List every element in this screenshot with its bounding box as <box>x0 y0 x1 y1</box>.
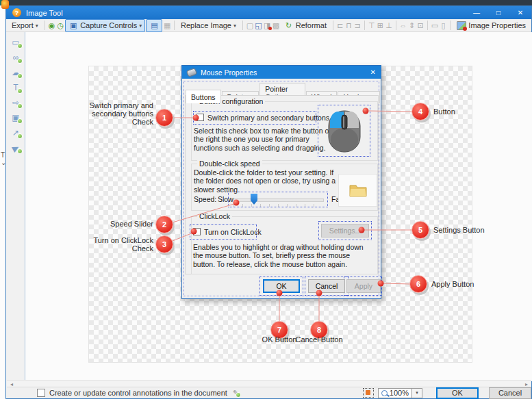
callout-4[interactable]: 4 <box>411 103 429 120</box>
annotation-toolstrip: ▭ ∞ ☁ T ⇨ ▣ ↗ ▶ <box>7 32 25 381</box>
callout-5-label: Settings Button <box>433 226 485 234</box>
rectangle-tool-icon[interactable]: ▭ <box>10 37 21 48</box>
pointer-tool-icon[interactable]: ▶ <box>10 142 21 153</box>
space-down-icon[interactable]: ▯ <box>440 21 448 30</box>
magnifier-icon <box>381 390 388 396</box>
same-width-icon[interactable]: ⇔ <box>399 21 407 30</box>
same-height-icon[interactable]: ⇕ <box>408 21 416 30</box>
dialog-close-icon[interactable]: ✕ <box>370 68 376 76</box>
group-tool-icon[interactable]: ▣ <box>10 112 21 123</box>
fit-to-window-icon[interactable] <box>363 388 374 398</box>
image-properties-label: Image Properties <box>468 21 526 29</box>
link-tool-icon[interactable]: ∞ <box>10 52 21 63</box>
align-bottom-icon[interactable]: ⊥ <box>385 21 393 30</box>
close-button[interactable]: ✕ <box>509 6 531 19</box>
group-label: Double-click speed <box>197 159 262 168</box>
capture-controls-label: Capture Controls <box>80 21 137 29</box>
same-size-icon[interactable]: ⊡ <box>416 21 425 30</box>
button-config-description: Select this check box to make the button… <box>194 127 333 152</box>
separator <box>242 21 243 30</box>
space-across-icon[interactable]: ▭ <box>431 21 439 30</box>
separator <box>364 21 365 30</box>
callout-5[interactable]: 5 <box>411 221 429 239</box>
capture-history-icon[interactable]: ◷ <box>56 21 64 30</box>
mouse-properties-dialog[interactable]: Mouse Properties ✕ Buttons Pointers Poin… <box>181 65 381 299</box>
zoom-value: 100% <box>390 389 409 397</box>
balloon-tool-icon[interactable]: ☁ <box>10 67 21 78</box>
main-toolbar: Export ▾ ◉ ◷ ▣ Capture Controls ▾ ▤ ▦ Re… <box>6 19 531 32</box>
capture-screen-icon: ▤ <box>149 21 159 30</box>
dialog-cancel-button[interactable]: Cancel <box>308 279 345 293</box>
replace-image-button[interactable]: Replace Image ▾ <box>177 19 240 32</box>
target-dot-ok-button[interactable] <box>277 290 283 296</box>
stamp-icon[interactable]: ▦ <box>163 21 171 30</box>
background-app-icon <box>1 0 9 9</box>
export-label: Export <box>12 21 34 29</box>
target-dot-settings-button[interactable] <box>359 227 365 233</box>
bottom-bar: Create or update control annotations in … <box>7 387 531 398</box>
window-title: Image Tool <box>26 9 63 17</box>
app-icon: ? <box>12 8 21 17</box>
separator <box>450 21 451 30</box>
group-label: ClickLock <box>197 212 232 220</box>
image-properties-button[interactable]: Image Properties <box>453 19 529 32</box>
cancel-button[interactable]: Cancel <box>489 387 531 399</box>
align-right-icon[interactable]: ⊐ <box>353 21 362 30</box>
test-folder-frame <box>338 174 377 207</box>
align-middle-icon[interactable]: ⊞ <box>377 21 385 30</box>
dialog-titlebar: Mouse Properties ✕ <box>182 66 381 79</box>
callout-3-label: Turn on ClickLock Check <box>93 236 153 253</box>
select-region-icon[interactable]: ◱ <box>255 21 263 30</box>
capture-controls-toggle[interactable]: ▣ Capture Controls ▾ <box>65 19 145 32</box>
capture-controls-icon: ▣ <box>68 21 78 30</box>
callout-7-label: OK Button <box>262 335 297 344</box>
speed-label: Speed: <box>194 195 216 203</box>
separator <box>174 21 175 30</box>
line-tool-icon[interactable]: ↗ <box>10 127 21 138</box>
target-dot-speed-slider[interactable] <box>233 200 240 206</box>
zoom-control[interactable]: 100% <box>378 388 412 398</box>
zoom-dropdown-icon[interactable]: ▾ <box>412 388 422 398</box>
separator <box>45 21 45 30</box>
folder-icon[interactable] <box>349 182 368 198</box>
callout-6[interactable]: 6 <box>409 275 427 293</box>
tab-buttons[interactable]: Buttons <box>186 90 221 103</box>
callout-2[interactable]: 2 <box>155 216 173 233</box>
background-window-strip <box>0 0 532 5</box>
minimize-button[interactable]: — <box>466 6 487 19</box>
speed-slider-track[interactable] <box>233 198 324 202</box>
align-center-icon[interactable]: ⊓ <box>345 21 353 30</box>
callout-3[interactable]: 3 <box>155 235 173 253</box>
chevron-down-icon: ▾ <box>139 23 142 29</box>
callout-1[interactable]: 1 <box>155 109 173 127</box>
capture-camera-icon[interactable]: ◉ <box>48 21 56 30</box>
reformat-icon: ↻ <box>284 21 294 30</box>
callout-8-label: Cancel Button <box>295 335 342 344</box>
picture-icon[interactable]: ▩ <box>272 21 280 30</box>
paste-image-icon[interactable]: ◨ <box>263 21 271 30</box>
clicklock-label: Turn on ClickLock <box>204 228 262 236</box>
dialog-apply-button[interactable]: Apply <box>346 279 381 293</box>
speed-slider-ticks <box>233 204 322 207</box>
target-dot-clicklock-checkbox[interactable] <box>191 229 197 235</box>
target-dot-cancel-button[interactable] <box>316 290 322 296</box>
copy-image-icon[interactable]: ▢ <box>246 21 254 30</box>
target-dot-switch-checkbox[interactable] <box>193 115 199 121</box>
export-button[interactable]: Export ▾ <box>8 19 42 32</box>
align-top-icon[interactable]: ⊤ <box>368 21 376 30</box>
target-dot-mouse-button[interactable] <box>363 108 369 114</box>
switch-buttons-label: Switch primary and secondary buttons <box>207 114 329 122</box>
text-tool-icon[interactable]: T <box>10 82 21 93</box>
create-annotations-checkbox[interactable] <box>37 389 45 397</box>
reformat-label: Reformat <box>296 21 327 29</box>
align-left-icon[interactable]: ⊏ <box>336 21 344 30</box>
ok-button[interactable]: OK <box>436 387 479 399</box>
titlebar[interactable]: ? Image Tool — □ ✕ <box>6 6 531 19</box>
callout-2-label: Speed Slider <box>110 220 153 228</box>
arrow-tool-icon[interactable]: ⇨ <box>10 97 21 108</box>
separator <box>333 21 333 30</box>
target-dot-apply-button[interactable] <box>378 281 384 287</box>
reformat-button[interactable]: ↻ Reformat <box>281 19 330 32</box>
capture-screen-toggle[interactable]: ▤ <box>146 19 162 32</box>
maximize-button[interactable]: □ <box>487 6 509 19</box>
